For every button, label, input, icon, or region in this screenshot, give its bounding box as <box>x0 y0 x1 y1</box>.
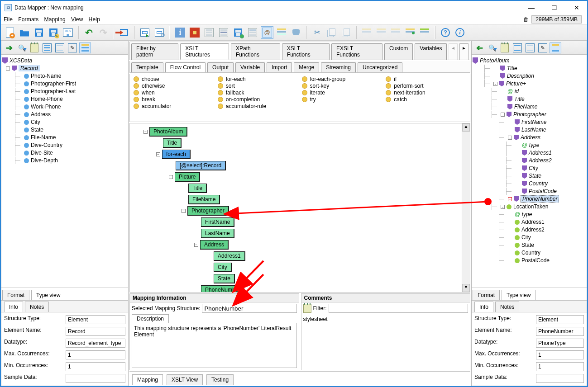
notes-tab[interactable]: Notes <box>25 302 49 312</box>
tree-root[interactable]: XCSData <box>2 57 127 64</box>
map-node-title[interactable]: Title <box>156 137 456 149</box>
tree-phonenumber[interactable]: - PhoneNumber <box>473 195 586 203</box>
toggle-icon[interactable]: − <box>156 152 160 156</box>
active-filter-button[interactable] <box>79 42 91 53</box>
map-node-for-each[interactable]: −for-each <box>156 149 456 160</box>
element-name-input[interactable] <box>66 327 125 336</box>
tree-photographer-first[interactable]: Photographer-First <box>2 80 127 87</box>
typeview-tab[interactable]: Type view <box>31 290 65 300</box>
tree-address1[interactable]: Address1 <box>473 149 586 156</box>
toggle-icon[interactable]: - <box>508 197 512 201</box>
description-tab[interactable]: Description <box>132 314 169 323</box>
db-button[interactable] <box>290 26 302 39</box>
menu-mapping[interactable]: Mapping <box>44 16 66 23</box>
note-button[interactable] <box>29 42 40 53</box>
map-node-city[interactable]: City <box>207 262 456 273</box>
bottom-tab-xslt-view[interactable]: XSLT View <box>167 374 203 385</box>
datatype-input[interactable] <box>66 339 125 348</box>
map-node-firstname[interactable]: FirstName <box>194 217 456 228</box>
close-button[interactable]: ✕ <box>570 2 583 13</box>
map-node---select--record[interactable]: [@select]:Record <box>169 160 456 171</box>
format-tab[interactable]: Format <box>2 290 29 300</box>
tree-address2[interactable]: Address2 <box>473 226 586 233</box>
rows3-button[interactable] <box>389 26 402 39</box>
toggle-icon[interactable]: - <box>508 136 512 140</box>
striped1-button[interactable] <box>203 26 215 39</box>
config-map-button[interactable]: ⚙ <box>153 26 166 39</box>
tab-variables[interactable]: Variables <box>415 43 447 60</box>
mapping-scrollbar[interactable]: ▲ ▼ <box>462 123 470 292</box>
palette-when[interactable]: when <box>134 90 214 96</box>
datatype-input[interactable] <box>536 339 584 348</box>
help-button[interactable]: ? <box>439 26 452 39</box>
palette-accumulator[interactable]: accumulator <box>134 103 214 109</box>
tree-firstname[interactable]: FirstName <box>473 118 586 126</box>
toggle-icon[interactable]: − <box>143 130 148 134</box>
rows5-button[interactable] <box>418 26 431 39</box>
palette-catch[interactable]: catch <box>386 96 466 103</box>
tree-postalcode[interactable]: PostalCode <box>473 257 586 264</box>
tree-state[interactable]: State <box>2 126 127 133</box>
minimize-button[interactable]: — <box>525 2 538 13</box>
redo-button[interactable]: ↷ <box>97 26 110 39</box>
tree-title[interactable]: Title <box>473 65 586 72</box>
map-node-title[interactable]: Title <box>182 183 456 194</box>
rows4-button[interactable] <box>404 26 416 39</box>
structure-type-input[interactable] <box>66 315 125 324</box>
subtab-template[interactable]: Template <box>131 62 163 72</box>
saveas-button[interactable]: ✎ <box>47 26 60 39</box>
toggle-icon[interactable]: - <box>6 66 10 71</box>
cut-button[interactable]: ✂ <box>311 26 323 39</box>
map-node-address[interactable]: −Address <box>194 239 456 250</box>
map-node-photographer[interactable]: −Photographer <box>182 205 456 217</box>
list2-button[interactable] <box>54 42 66 53</box>
bottom-tab-testing[interactable]: Testing <box>206 374 234 385</box>
subtab-variable[interactable]: Variable <box>235 62 265 72</box>
tree-file-name[interactable]: File-Name <box>2 134 127 141</box>
open-button[interactable] <box>18 26 31 39</box>
menu-help[interactable]: Help <box>89 16 100 23</box>
new-doc-button[interactable]: + <box>4 26 16 39</box>
palette-fallback[interactable]: fallback <box>218 90 298 96</box>
map-node-lastname[interactable]: LastName <box>194 228 456 239</box>
notes-tab[interactable]: Notes <box>495 302 519 312</box>
export-xls-button[interactable]: XLS▦ <box>62 26 74 39</box>
tree-state[interactable]: State <box>473 172 586 179</box>
toggle-icon[interactable]: − <box>169 175 173 179</box>
palette-try[interactable]: try <box>302 96 382 103</box>
save-view-button[interactable] <box>232 26 244 39</box>
menu-view[interactable]: View <box>71 16 83 23</box>
list1-button[interactable] <box>41 42 53 53</box>
tree-city[interactable]: City <box>473 234 586 241</box>
tree-photographer-last[interactable]: Photographer-Last <box>2 88 127 95</box>
tree-work-phone[interactable]: Work-Phone <box>2 103 127 110</box>
edit-button[interactable]: ✎ <box>67 42 78 53</box>
undo-button[interactable]: ↶ <box>82 26 95 39</box>
tree-filename[interactable]: FileName <box>473 103 586 110</box>
minocc-input[interactable] <box>66 362 125 371</box>
menu-file[interactable]: File <box>4 16 13 23</box>
map-in-button[interactable]: ➔ <box>3 42 15 53</box>
tree-country[interactable]: Country <box>473 180 586 187</box>
tab-custom[interactable]: Custom <box>384 43 413 60</box>
edit-button[interactable]: ✎ <box>537 42 549 53</box>
tree-description[interactable]: Description <box>473 72 586 80</box>
tree-address[interactable]: Address <box>2 111 127 118</box>
tree-root[interactable]: PhotoAlbum <box>473 57 586 64</box>
active-filter-button[interactable] <box>550 42 561 53</box>
tree-title[interactable]: Title <box>473 95 586 103</box>
minocc-input[interactable] <box>536 362 584 371</box>
map-node-state[interactable]: State <box>207 273 456 284</box>
striped2-button[interactable] <box>217 26 230 39</box>
list2-button[interactable] <box>524 42 536 53</box>
panels-button[interactable] <box>275 26 288 39</box>
tab-xpath-functions[interactable]: XPath Functions <box>231 43 280 60</box>
tabs-scroll-right[interactable]: ▸ <box>459 43 468 60</box>
run-map-button[interactable] <box>139 26 151 39</box>
palette-for-each[interactable]: for-each <box>218 76 298 82</box>
filter-input[interactable] <box>329 304 468 313</box>
map-node-address1[interactable]: Address1 <box>207 250 456 262</box>
maxocc-input[interactable] <box>66 350 125 359</box>
palette-choose[interactable]: choose <box>134 76 214 82</box>
subtab-flow-control[interactable]: Flow Control <box>165 62 206 72</box>
